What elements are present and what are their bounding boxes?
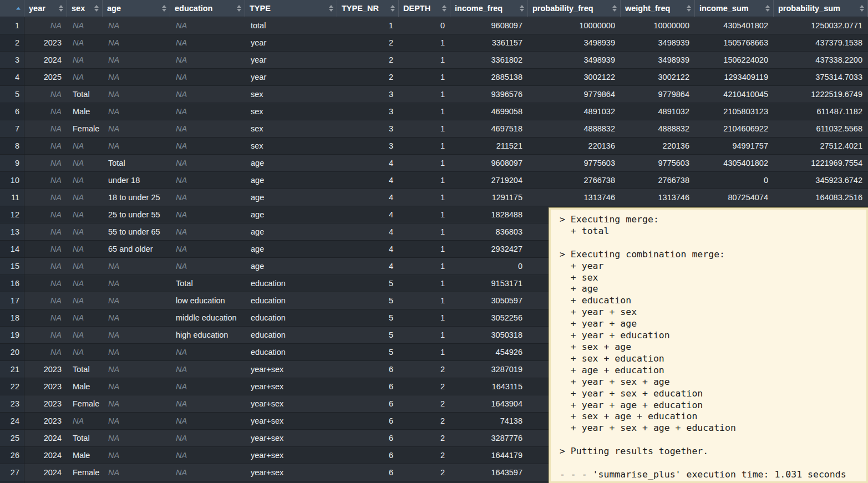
column-header-probability_freq[interactable]: probability_freq [528,0,621,17]
cell-TYPE_NR: 6 [337,430,399,447]
row-number: 22 [0,378,24,395]
cell-weight_freq: 9775603 [621,155,695,172]
cell-age: NA [103,344,170,361]
cell-income_freq: 3050597 [450,292,528,309]
column-header-TYPE_NR[interactable]: TYPE_NR [337,0,399,17]
cell-age: NA [103,275,170,292]
cell-income_freq: 3361157 [450,34,528,52]
cell-TYPE_NR: 3 [337,86,399,103]
cell-TYPE: age [245,155,337,172]
cell-probability_freq: 4888832 [528,120,621,138]
cell-income_sum: 4305401802 [695,155,774,172]
cell-age: Total [103,155,170,172]
cell-age: 25 to under 55 [103,206,170,223]
cell-age: NA [103,395,170,413]
sort-icon [687,5,691,12]
cell-DEPTH: 1 [399,258,450,275]
cell-income_sum: 1293409119 [695,69,774,86]
cell-DEPTH: 1 [399,155,450,172]
cell-education: NA [170,86,245,103]
cell-sex: Male [67,378,103,395]
sort-icon [520,5,524,12]
table-row: 11NANA18 to under 25NAage411291175131374… [0,189,868,206]
cell-income_freq: 2885138 [450,69,528,86]
cell-sex: NA [67,241,103,258]
console-panel: > Executing merge: + total > Executing c… [549,208,868,483]
sort-icon [765,5,770,12]
row-number: 24 [0,413,24,430]
cell-TYPE_NR: 4 [337,189,399,206]
cell-education: NA [170,344,245,361]
cell-TYPE: year+sex [245,464,337,481]
cell-age: NA [103,361,170,378]
cell-probability_sum: 1221969.7554 [774,155,868,172]
cell-probability_freq: 1313746 [528,189,621,206]
cell-age: NA [103,327,170,344]
column-header-weight_freq[interactable]: weight_freq [621,0,695,17]
cell-education: NA [170,361,245,378]
cell-TYPE: total [245,17,337,34]
row-number: 1 [0,17,24,34]
cell-TYPE_NR: 5 [337,275,399,292]
cell-age: NA [103,86,170,103]
cell-TYPE: year+sex [245,378,337,395]
column-header-probability_sum[interactable]: probability_sum [774,0,868,17]
cell-probability_sum: 345923.6742 [774,172,868,189]
column-label: education [175,4,212,13]
cell-income_sum: 2104606922 [695,120,774,138]
table-row: 6NAMaleNANAsex31469905848910324891032210… [0,103,868,120]
cell-sex: NA [67,155,103,172]
cell-TYPE: age [245,172,337,189]
column-header-income_freq[interactable]: income_freq [450,0,528,17]
cell-TYPE_NR: 3 [337,120,399,138]
cell-year: NA [24,206,67,223]
row-number: 11 [0,189,24,206]
cell-probability_freq: 4891032 [528,103,621,120]
cell-year: 2024 [24,464,67,481]
column-label: sex [72,4,85,13]
column-header-DEPTH[interactable]: DEPTH [399,0,450,17]
cell-TYPE: year+sex [245,395,337,413]
cell-education: NA [170,138,245,155]
cell-probability_freq: 2766738 [528,172,621,189]
row-number: 23 [0,395,24,413]
cell-TYPE_NR: 2 [337,52,399,69]
cell-probability_sum: 611032.5568 [774,120,868,138]
cell-education: middle education [170,309,245,327]
column-label: TYPE_NR [342,4,379,13]
column-header-year[interactable]: year [24,0,67,17]
cell-TYPE: age [245,223,337,241]
column-header-age[interactable]: age [103,0,170,17]
cell-age: 55 to under 65 [103,223,170,241]
cell-DEPTH: 1 [399,103,450,120]
row-number-column-header[interactable] [0,0,24,17]
column-header-sex[interactable]: sex [67,0,103,17]
cell-income_freq: 1643597 [450,464,528,481]
cell-probability_sum: 164083.2516 [774,189,868,206]
cell-TYPE_NR: 6 [337,395,399,413]
cell-age: NA [103,447,170,464]
cell-DEPTH: 1 [399,34,450,52]
cell-DEPTH: 2 [399,378,450,395]
column-header-education[interactable]: education [170,0,245,17]
sort-icon [390,5,395,12]
column-header-TYPE[interactable]: TYPE [245,0,337,17]
cell-TYPE_NR: 5 [337,344,399,361]
cell-income_freq: 454926 [450,344,528,361]
cell-income_freq: 9396576 [450,86,528,103]
cell-sex: Male [67,103,103,120]
cell-income_freq: 3052256 [450,309,528,327]
cell-probability_freq: 220136 [528,138,621,155]
sort-icon [329,5,333,12]
cell-DEPTH: 1 [399,241,450,258]
cell-probability_sum: 27512.4021 [774,138,868,155]
cell-TYPE: age [245,206,337,223]
cell-weight_freq: 9779864 [621,86,695,103]
column-label: TYPE [250,4,271,13]
cell-education: NA [170,241,245,258]
cell-age: NA [103,138,170,155]
column-header-income_sum[interactable]: income_sum [695,0,774,17]
cell-education: NA [170,189,245,206]
column-label: income_sum [699,4,749,13]
cell-age: NA [103,103,170,120]
